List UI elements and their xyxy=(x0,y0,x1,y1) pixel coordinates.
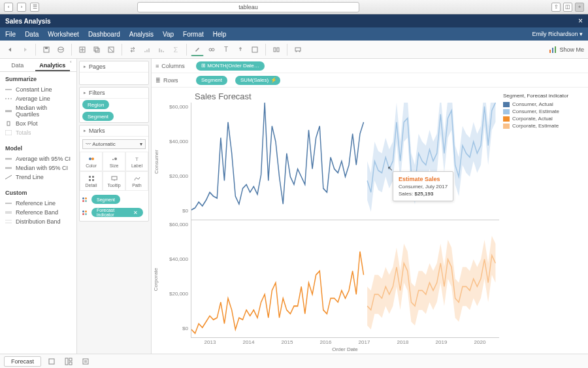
plot-corporate[interactable] xyxy=(191,220,499,338)
svg-rect-39 xyxy=(5,211,12,214)
highlight-icon[interactable] xyxy=(191,43,204,56)
presentation-icon[interactable] xyxy=(291,43,304,56)
sheet-tab-forecast[interactable]: Forecast xyxy=(4,356,41,367)
svg-rect-51 xyxy=(112,176,117,180)
sort-desc-icon[interactable] xyxy=(155,43,168,56)
avg-ci-item[interactable]: Average with 95% CI xyxy=(5,154,71,163)
new-sheet-icon[interactable] xyxy=(45,355,58,368)
x-axis: 20132014201520162017201820192020 xyxy=(191,338,499,346)
svg-rect-7 xyxy=(95,48,99,52)
menu-analysis[interactable]: Analysis xyxy=(129,31,154,38)
swap-icon[interactable] xyxy=(126,43,139,56)
mark-tooltip-button[interactable]: Tooltip xyxy=(103,171,125,191)
legend-item[interactable]: Consumer, Estimate xyxy=(503,109,580,114)
menu-dashboard[interactable]: Dashboard xyxy=(88,31,120,38)
duplicate-icon[interactable] xyxy=(90,43,103,56)
new-dashboard-icon[interactable] xyxy=(62,355,75,368)
ref-band-item[interactable]: Reference Band xyxy=(5,208,71,217)
svg-point-44 xyxy=(112,159,114,160)
new-story-icon[interactable] xyxy=(79,355,92,368)
rows-pill-segment[interactable]: Segment xyxy=(196,76,227,85)
rows-shelf[interactable]: ≣Rows Segment SUM(Sales)⚡ xyxy=(152,73,588,88)
clear-icon[interactable] xyxy=(105,43,118,56)
trend-line-item[interactable]: Trend Line xyxy=(5,173,71,182)
new-data-icon[interactable] xyxy=(54,43,67,56)
menu-format[interactable]: Format xyxy=(183,31,204,38)
svg-rect-6 xyxy=(94,47,98,51)
svg-rect-49 xyxy=(89,179,91,181)
ref-line-item[interactable]: Reference Line xyxy=(5,199,71,208)
pages-card-header[interactable]: ▸Pages xyxy=(80,61,148,73)
menu-file[interactable]: File xyxy=(5,31,16,38)
group-icon[interactable] xyxy=(205,43,218,56)
svg-line-37 xyxy=(5,175,12,179)
mark-detail-button[interactable]: Detail xyxy=(80,171,103,191)
mark-size-button[interactable]: Size xyxy=(103,152,125,171)
browser-sidebar-button[interactable]: ☰ xyxy=(30,3,39,12)
totals-icon[interactable]: Σ xyxy=(169,43,182,56)
sort-asc-icon[interactable] xyxy=(140,43,154,56)
svg-rect-11 xyxy=(146,50,148,52)
browser-address-bar[interactable]: tableau xyxy=(137,2,359,12)
mark-label-button[interactable]: TLabel xyxy=(125,152,148,171)
browser-forward-button[interactable]: › xyxy=(17,3,26,12)
svg-point-16 xyxy=(209,48,212,51)
legend-item[interactable]: Consumer, Actual xyxy=(503,101,580,107)
menu-data[interactable]: Data xyxy=(25,31,39,38)
median-quartiles-item[interactable]: Median with Quartiles xyxy=(5,103,71,119)
redo-icon[interactable] xyxy=(18,43,31,56)
svg-rect-24 xyxy=(549,50,551,53)
dist-band-item[interactable]: Distribution Band xyxy=(5,217,71,226)
tab-analytics[interactable]: Analytics xyxy=(35,59,71,71)
mark-path-button[interactable]: Path xyxy=(125,171,148,191)
svg-rect-1 xyxy=(45,47,48,49)
filter-pill-segment[interactable]: Segment xyxy=(82,112,114,121)
browser-back-button[interactable]: ‹ xyxy=(4,3,13,12)
labels-icon[interactable]: T xyxy=(220,43,233,56)
new-worksheet-icon[interactable] xyxy=(76,43,89,56)
svg-rect-32 xyxy=(5,130,12,135)
columns-shelf[interactable]: ≡Columns ⊞ MONTH(Order Date… xyxy=(152,59,588,73)
panel-label-consumer: Consumer xyxy=(154,150,159,174)
menu-worksheet[interactable]: Worksheet xyxy=(48,31,79,38)
rows-icon: ≣ xyxy=(155,77,161,84)
menubar: File Data Worksheet Dashboard Analysis V… xyxy=(0,27,588,41)
pin-icon[interactable] xyxy=(234,43,247,56)
plot-consumer[interactable]: ↖ Estimate Sales Consumer, July 2017 Sal… xyxy=(191,103,499,220)
browser-tabs-button[interactable]: ◫ xyxy=(563,3,572,12)
fit-icon[interactable] xyxy=(248,43,261,56)
filters-card-header[interactable]: ▸Filters xyxy=(80,88,148,99)
mark-type-select[interactable]: 〰 Automatic▾ xyxy=(82,139,146,149)
custom-heading: Custom xyxy=(5,190,71,196)
menu-vap[interactable]: Vap xyxy=(163,31,174,38)
mark-color-button[interactable]: Color xyxy=(80,152,103,171)
average-line-item[interactable]: Average Line xyxy=(5,94,71,103)
median-ci-item[interactable]: Median with 95% CI xyxy=(5,163,71,173)
mark-pill-segment[interactable]: Segment xyxy=(82,193,146,205)
mark-pill-forecast[interactable]: Forecast indicator✕ xyxy=(82,207,146,218)
analytics-pane: Data Analytics ‹ Summarize Constant Line… xyxy=(0,59,77,354)
svg-point-2 xyxy=(58,47,63,50)
close-button[interactable]: × xyxy=(578,16,583,25)
show-me-button[interactable]: Show Me xyxy=(549,46,584,54)
menu-help[interactable]: Help xyxy=(213,31,227,38)
rows-pill-sumsales[interactable]: SUM(Sales)⚡ xyxy=(235,76,280,85)
filter-pill-region[interactable]: Region xyxy=(82,100,109,109)
tab-data[interactable]: Data xyxy=(0,59,35,71)
user-menu[interactable]: Emily Richardson ▾ xyxy=(532,31,583,37)
box-plot-item[interactable]: Box Plot xyxy=(5,119,71,128)
save-icon[interactable] xyxy=(40,43,53,56)
browser-share-button[interactable]: ⇪ xyxy=(551,3,561,12)
legend-item[interactable]: Corporate, Actual xyxy=(503,116,580,122)
svg-rect-52 xyxy=(49,359,54,364)
svg-rect-31 xyxy=(7,122,10,125)
undo-icon[interactable] xyxy=(4,43,17,56)
constant-line-item[interactable]: Constant Line xyxy=(5,85,71,94)
view-cards-icon[interactable] xyxy=(270,43,283,56)
browser-newtab-button[interactable]: + xyxy=(575,3,584,12)
columns-pill-month[interactable]: ⊞ MONTH(Order Date… xyxy=(196,61,265,71)
tab-chevron-icon[interactable]: ‹ xyxy=(70,59,76,71)
columns-icon: ≡ xyxy=(155,63,159,69)
legend-item[interactable]: Corporate, Estimate xyxy=(503,123,580,129)
marks-card-header[interactable]: ▸Marks xyxy=(80,125,148,137)
